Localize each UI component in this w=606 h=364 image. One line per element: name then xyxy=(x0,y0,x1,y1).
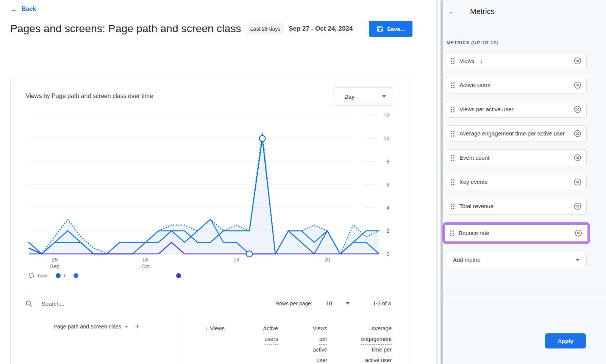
metric-chip-label: Event count xyxy=(459,154,489,162)
y-axis-label: 6 xyxy=(386,182,389,188)
total-area-fill xyxy=(29,133,379,254)
column-header-line: Views xyxy=(210,324,225,334)
add-dimension-button[interactable]: + xyxy=(135,322,140,330)
rows-per-page-value[interactable]: 10 xyxy=(326,300,332,306)
dimension-header-cell: Page path and screen class + xyxy=(11,315,179,364)
remove-metric-icon[interactable] xyxy=(573,178,582,186)
remove-metric-icon[interactable] xyxy=(574,229,583,237)
pagination-info: 1-3 of 3 xyxy=(373,300,391,306)
metric-column-header[interactable]: Averageengagementtime peractive user xyxy=(327,324,392,364)
date-preset-badge: Last 28 days xyxy=(247,23,284,34)
add-metric-dropdown[interactable]: Add metric xyxy=(446,252,587,268)
metric-chip-label: Active users xyxy=(459,81,490,89)
series-line-1 xyxy=(29,219,379,254)
divider xyxy=(437,294,606,294)
x-axis-label: 29 xyxy=(52,257,58,263)
save-button-label: Save... xyxy=(387,26,405,32)
drag-handle-icon xyxy=(451,203,455,210)
metric-chip-active-users[interactable]: Active users xyxy=(446,77,587,93)
x-axis-label: Sep xyxy=(50,263,59,269)
column-header-line: users xyxy=(265,334,278,345)
legend-dot-icon xyxy=(56,273,61,278)
legend-series-label: / xyxy=(64,273,65,278)
total-dotted-swatch-icon xyxy=(29,273,34,278)
y-axis-label: 0 xyxy=(386,251,389,257)
data-point-marker[interactable] xyxy=(246,251,252,257)
data-point-marker[interactable] xyxy=(259,135,266,142)
drag-handle-icon xyxy=(451,106,455,113)
metric-chip-average-engagement-time-per-active-user[interactable]: Average engagement time per active user xyxy=(446,125,587,142)
panel-header: ← Metrics xyxy=(448,0,606,23)
remove-metric-icon[interactable] xyxy=(573,57,582,65)
remove-metric-icon[interactable] xyxy=(573,129,582,138)
y-axis-label: 2 xyxy=(386,228,389,234)
drag-handle-icon xyxy=(451,131,455,137)
metric-chip-total-revenue[interactable]: Total revenue xyxy=(446,198,587,215)
metric-chip-label: Total revenue xyxy=(459,202,494,210)
add-metric-label: Add metric xyxy=(453,256,480,264)
divider xyxy=(446,23,606,23)
chevron-down-icon xyxy=(576,259,579,261)
back-label: Back xyxy=(22,6,36,12)
back-arrow-icon: ← xyxy=(10,5,18,13)
y-axis-label: 12 xyxy=(383,112,389,118)
metric-column-header[interactable]: ↓Views xyxy=(179,324,225,364)
table-header-row: Page path and screen class + ↓ViewsActiv… xyxy=(11,315,409,364)
rows-per-page-chevron-icon[interactable] xyxy=(346,302,350,305)
metrics-list: Views↓Active usersViews per active userA… xyxy=(446,53,587,268)
drag-handle-icon xyxy=(451,155,455,161)
remove-metric-icon[interactable] xyxy=(573,105,582,114)
report-header: Pages and screens: Page path and screen … xyxy=(10,21,426,37)
metric-chip-views-per-active-user[interactable]: Views per active user xyxy=(446,101,587,118)
metric-chip-key-events[interactable]: Key events xyxy=(446,174,587,190)
drag-handle-icon xyxy=(451,179,455,185)
remove-metric-icon[interactable] xyxy=(573,81,582,89)
column-header-line: Active xyxy=(263,324,278,334)
metric-chip-event-count[interactable]: Event count xyxy=(446,149,587,166)
metrics-panel: ← Metrics METRICS (UP TO 12) Views↓Activ… xyxy=(436,0,606,364)
legend-dot-icon xyxy=(176,273,181,278)
legend-item-series-0[interactable]: / xyxy=(56,273,65,278)
column-header-line: time per xyxy=(372,345,392,355)
column-header-line: per xyxy=(319,334,327,345)
highlight-box: Bounce rate xyxy=(442,222,590,244)
x-axis-label: 06 xyxy=(143,257,149,263)
column-header-line: active xyxy=(313,345,327,355)
legend-total-label: Total xyxy=(37,273,47,278)
granularity-value: Day xyxy=(344,93,355,100)
back-link[interactable]: ← Back xyxy=(10,5,36,13)
metric-chip-label: Key events xyxy=(459,178,487,186)
metric-chip-bounce-rate[interactable]: Bounce rate xyxy=(445,225,587,241)
total-dotted-line xyxy=(29,133,379,254)
legend-dot-icon xyxy=(73,273,78,278)
remove-metric-icon[interactable] xyxy=(573,202,582,210)
x-axis-label: Oct xyxy=(141,263,150,269)
drag-handle-icon xyxy=(451,58,455,64)
legend-item-series-1[interactable] xyxy=(73,273,81,278)
dimension-header-label[interactable]: Page path and screen class xyxy=(53,324,121,330)
panel-back-arrow-icon[interactable]: ← xyxy=(448,7,457,16)
panel-scrollbar[interactable] xyxy=(440,0,443,364)
dimension-chevron-icon[interactable] xyxy=(125,326,128,328)
remove-metric-icon[interactable] xyxy=(573,154,582,162)
granularity-select[interactable]: Day xyxy=(334,87,393,106)
metric-chip-label: Bounce rate xyxy=(459,229,489,237)
column-header-line: engagement xyxy=(361,334,392,345)
column-header-line: Views xyxy=(313,324,327,334)
y-axis-label: 4 xyxy=(386,205,389,211)
save-button[interactable]: Save... xyxy=(369,21,412,37)
metric-column-header[interactable]: Viewsperactiveuser xyxy=(278,324,327,364)
metric-column-header[interactable]: Activeusers xyxy=(225,324,278,364)
date-range: Sep 27 - Oct 24, 2024 xyxy=(289,25,353,33)
search-input[interactable]: Search... xyxy=(42,300,64,307)
apply-button[interactable]: Apply xyxy=(545,333,586,348)
overtime-line-chart: 12108642029Sep06Oct1320 xyxy=(11,102,410,272)
legend-item-total[interactable]: Total xyxy=(29,273,47,278)
x-axis-label: 20 xyxy=(324,257,330,263)
search-icon[interactable] xyxy=(25,300,33,307)
metrics-section-label: METRICS (UP TO 12) xyxy=(447,40,498,45)
legend-item-series-2[interactable] xyxy=(176,273,184,278)
metric-chip-label: Views xyxy=(459,57,475,65)
metric-chip-views[interactable]: Views↓ xyxy=(446,53,587,69)
metric-chip-label: Views per active user xyxy=(459,106,513,113)
